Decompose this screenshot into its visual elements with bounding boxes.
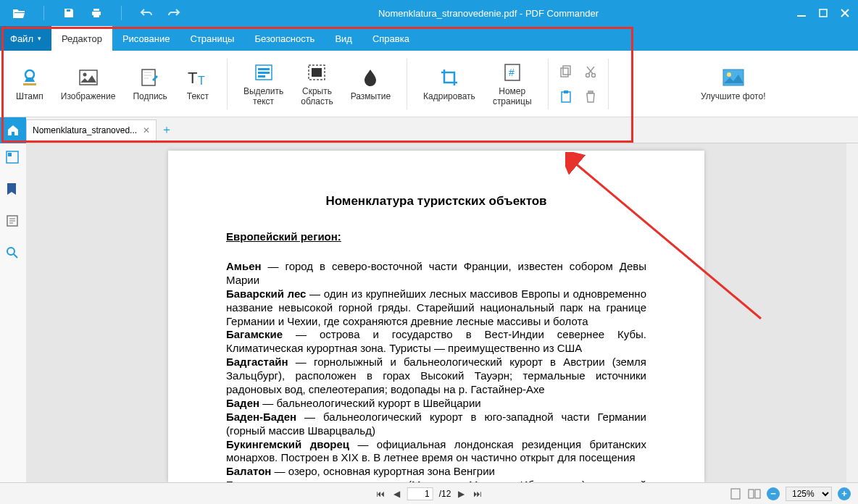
- vertical-scrollbar[interactable]: [846, 143, 858, 482]
- title-bar: Nomenklatura_stranovedenie.pdf - PDF Com…: [0, 0, 858, 26]
- sign-icon: [139, 67, 161, 88]
- svg-rect-12: [258, 75, 265, 77]
- hide-icon: [306, 62, 328, 83]
- close-button[interactable]: [839, 7, 851, 19]
- hide-area-button[interactable]: Скрыть область: [292, 55, 341, 113]
- maximize-button[interactable]: [817, 7, 829, 19]
- pagenum-button[interactable]: # Номер страницы: [484, 55, 541, 113]
- svg-point-29: [7, 248, 14, 255]
- new-tab-button[interactable]: ＋: [157, 120, 177, 140]
- next-page-button[interactable]: ▶: [457, 489, 466, 499]
- zoom-select[interactable]: 125%: [786, 487, 832, 501]
- menu-file[interactable]: Файл: [0, 26, 51, 51]
- stamp-button[interactable]: Штамп: [7, 55, 52, 113]
- open-icon[interactable]: [12, 6, 26, 20]
- image-label: Изображение: [61, 91, 116, 101]
- menu-pages[interactable]: Страницы: [180, 26, 244, 51]
- text-icon: TT: [187, 67, 209, 88]
- sign-button[interactable]: Подпись: [124, 55, 176, 113]
- image-icon: [78, 67, 99, 88]
- enhance-label: Улучшите фото!: [701, 91, 765, 101]
- pagenum-icon: #: [501, 62, 523, 83]
- document-tab[interactable]: Nomenklatura_stranoved... ✕: [26, 119, 157, 141]
- blur-icon: [359, 67, 381, 88]
- sign-label: Подпись: [133, 91, 167, 101]
- svg-rect-0: [797, 15, 806, 17]
- menu-editor[interactable]: Редактор: [51, 26, 112, 51]
- menu-view[interactable]: Вид: [325, 26, 362, 51]
- crop-label: Кадрировать: [423, 91, 475, 101]
- cut-icon[interactable]: [582, 63, 599, 80]
- search-icon[interactable]: [6, 246, 20, 261]
- menu-draw[interactable]: Рисование: [112, 26, 180, 51]
- home-tab[interactable]: [0, 117, 26, 143]
- bookmarks-icon[interactable]: [6, 182, 20, 197]
- zoom-out-button[interactable]: −: [767, 487, 780, 500]
- tabstrip: Nomenklatura_stranoved... ✕ ＋: [0, 117, 858, 143]
- svg-text:#: #: [509, 67, 515, 78]
- zoom-in-button[interactable]: +: [838, 487, 851, 500]
- stamp-icon: [19, 67, 41, 88]
- highlight-label: Выделить текст: [243, 86, 283, 106]
- delete-icon[interactable]: [582, 88, 599, 105]
- svg-rect-22: [564, 91, 568, 93]
- svg-rect-11: [258, 72, 270, 74]
- enhance-icon: [722, 67, 744, 88]
- svg-point-5: [83, 72, 86, 76]
- main-area: Номенклатура туристских объектов Европей…: [0, 143, 858, 482]
- two-page-icon[interactable]: [748, 487, 761, 500]
- save-icon[interactable]: [62, 6, 76, 20]
- undo-icon[interactable]: [139, 6, 154, 20]
- svg-rect-3: [23, 83, 36, 85]
- text-button[interactable]: TT Текст: [176, 55, 220, 113]
- highlight-icon: [253, 62, 275, 83]
- svg-text:T: T: [188, 69, 197, 86]
- print-icon[interactable]: [89, 6, 104, 20]
- crop-icon: [438, 67, 460, 88]
- thumbnails-icon[interactable]: [6, 151, 20, 165]
- page-total: /12: [439, 489, 451, 499]
- left-rail: [0, 143, 26, 482]
- svg-text:T: T: [198, 75, 205, 86]
- svg-rect-1: [820, 9, 827, 17]
- blur-button[interactable]: Размытие: [342, 55, 399, 113]
- doc-section: Европейский регион:: [226, 230, 646, 243]
- svg-rect-17: [561, 68, 568, 77]
- stamp-label: Штамп: [16, 91, 43, 101]
- svg-rect-21: [562, 92, 570, 102]
- last-page-button[interactable]: ⏭: [472, 489, 483, 499]
- svg-rect-32: [755, 490, 760, 498]
- status-bar: ⏮ ◀ /12 ▶ ⏭ − 125% +: [0, 482, 858, 504]
- svg-point-24: [727, 72, 731, 77]
- pagenum-label: Номер страницы: [493, 86, 532, 106]
- window-title: Nomenklatura_stranovedenie.pdf - PDF Com…: [181, 8, 796, 19]
- attachments-icon[interactable]: [6, 214, 20, 229]
- crop-button[interactable]: Кадрировать: [415, 55, 484, 113]
- highlight-button[interactable]: Выделить текст: [235, 55, 292, 113]
- svg-rect-10: [258, 68, 270, 70]
- page-input[interactable]: [407, 487, 433, 500]
- text-label: Текст: [187, 91, 209, 101]
- blur-label: Размытие: [351, 91, 391, 101]
- minimize-button[interactable]: [796, 7, 807, 19]
- first-page-button[interactable]: ⏮: [375, 489, 386, 499]
- doc-title: Номенклатура туристских объектов: [226, 194, 646, 209]
- enhance-button[interactable]: Улучшите фото!: [692, 55, 774, 113]
- svg-rect-6: [142, 70, 155, 85]
- copy-icon[interactable]: [557, 63, 575, 80]
- prev-page-button[interactable]: ◀: [392, 489, 401, 499]
- svg-rect-31: [749, 490, 754, 498]
- svg-rect-18: [563, 66, 570, 75]
- menu-security[interactable]: Безопасность: [244, 26, 325, 51]
- svg-rect-30: [731, 489, 740, 499]
- image-button[interactable]: Изображение: [52, 55, 125, 113]
- redo-icon[interactable]: [167, 6, 181, 20]
- close-tab-icon[interactable]: ✕: [143, 125, 150, 135]
- svg-rect-27: [8, 153, 12, 156]
- ribbon: Штамп Изображение Подпись TT Текст Выдел…: [0, 51, 858, 117]
- menu-help[interactable]: Справка: [362, 26, 420, 51]
- page-content: Номенклатура туристских объектов Европей…: [168, 151, 704, 482]
- document-viewport[interactable]: Номенклатура туристских объектов Европей…: [26, 143, 846, 482]
- single-page-icon[interactable]: [729, 487, 742, 500]
- paste-icon[interactable]: [557, 88, 575, 105]
